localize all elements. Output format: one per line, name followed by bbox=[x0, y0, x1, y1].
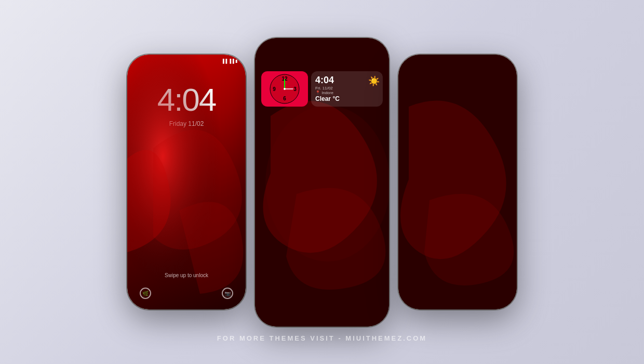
svg-point-10 bbox=[284, 88, 286, 90]
weather-sun-icon: ☀️ bbox=[368, 75, 380, 87]
watermark: FOR MORE THEMES VISIT - MIUITHEMEZ.COM bbox=[140, 334, 504, 342]
svg-text:3: 3 bbox=[293, 86, 297, 92]
phone-homescreen: ▐▐ ▐▐ ▮ G 🎤 📷 12 3 bbox=[255, 38, 389, 327]
weather-condition: Clear °C bbox=[315, 95, 379, 102]
weather-widget[interactable]: 4:04 Fri. 11/02 📍 Indore Clear °C ☀️ bbox=[311, 71, 383, 107]
svg-text:9: 9 bbox=[273, 86, 276, 92]
clock-widget[interactable]: 12 3 6 9 bbox=[261, 71, 308, 107]
signal-icons: ▐▐ ▐▐ ▮ bbox=[221, 59, 237, 63]
svg-point-2 bbox=[265, 106, 389, 262]
lock-date: Friday 11/02 bbox=[127, 120, 246, 127]
lockscreen-status-bar: ▐▐ ▐▐ ▮ bbox=[127, 55, 246, 66]
phones-container: ▐▐ ▐▐ ▮ 4:04 Friday 11/02 Swipe up to un… bbox=[127, 38, 517, 327]
swipe-to-unlock: Swipe up to unlock bbox=[127, 272, 246, 278]
camera-icon[interactable]: 📷 bbox=[222, 288, 233, 299]
weather-location: 📍 Indore bbox=[315, 90, 379, 95]
phone-appdrawer: 4:04 PM ▐▐▐▐▮ Clock bbox=[398, 55, 517, 309]
lock-time: 4:04 bbox=[127, 81, 246, 118]
flashlight-icon[interactable]: 🌿 bbox=[140, 288, 151, 299]
lock-bottom-bar: 🌿 📷 bbox=[127, 288, 246, 299]
widget-row: 12 3 6 9 4:04 Fri. 11/02 � bbox=[261, 71, 383, 107]
svg-text:6: 6 bbox=[283, 96, 286, 101]
phone-lockscreen: ▐▐ ▐▐ ▮ 4:04 Friday 11/02 Swipe up to un… bbox=[127, 55, 246, 309]
